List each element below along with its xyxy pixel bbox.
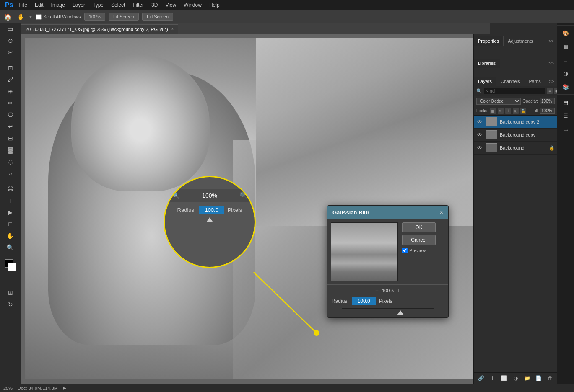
gaussian-zoom-out-icon[interactable]: − [375, 287, 379, 294]
gaussian-slider-thumb[interactable] [397, 310, 404, 315]
type-tool[interactable]: T [5, 195, 16, 206]
gaussian-ok-button[interactable]: OK [402, 222, 436, 232]
eraser-tool[interactable]: ⊟ [5, 133, 16, 144]
background-color[interactable] [8, 263, 16, 271]
status-bar: 25% Doc: 34.9M/114.3M ▶ [0, 384, 574, 392]
document-tab[interactable]: 20180330_172737171_iOS.jpg @ 25% (Backgr… [21, 24, 178, 34]
adjustments-panel-icon[interactable]: ◑ [560, 67, 571, 79]
layers-tab[interactable]: Layers [474, 77, 496, 86]
menu-edit[interactable]: Edit [31, 1, 47, 9]
layer-name-2: Background copy [500, 132, 555, 137]
lock-move-icon[interactable]: ✛ [505, 108, 511, 114]
layers-blend-mode-select[interactable]: Color Dodge [476, 98, 521, 105]
history-brush-tool[interactable]: ↩ [5, 121, 16, 132]
gaussian-close-btn[interactable]: × [440, 209, 443, 216]
path-select-tool[interactable]: ▶ [5, 207, 16, 218]
layer-mask-icon[interactable]: ⬜ [500, 374, 508, 382]
panel-expand-icon-3[interactable]: >> [545, 59, 557, 68]
layer-row-bg-copy[interactable]: 👁 Background copy [474, 129, 557, 142]
swatches-panel-icon[interactable]: ▦ [560, 41, 571, 52]
fill-screen-btn[interactable]: Fill Screen [142, 13, 173, 21]
color-box[interactable] [5, 259, 16, 271]
shape-tool[interactable]: □ [5, 219, 16, 230]
lock-artboard-icon[interactable]: ⊞ [513, 108, 519, 114]
layer-adjustment-icon[interactable]: ◑ [512, 374, 519, 382]
layer-link-icon[interactable]: 🔗 [477, 374, 485, 382]
clone-tool[interactable]: ⎔ [5, 109, 16, 120]
marquee-tool[interactable]: ▭ [5, 23, 16, 34]
layer-row-bg-copy2[interactable]: 👁 Background copy 2 [474, 116, 557, 129]
layer-fx-icon[interactable]: f [489, 374, 496, 382]
color-panel-icon[interactable]: 🎨 [560, 27, 571, 39]
libraries-panel-icon[interactable]: 📚 [560, 81, 571, 93]
hand-icon[interactable]: ✋ [16, 12, 25, 21]
fill-value-input[interactable] [540, 108, 555, 114]
channels-panel-icon[interactable]: ☰ [560, 110, 571, 121]
filter-icon-1[interactable]: ≡ [547, 88, 553, 94]
menu-filter[interactable]: Filter [129, 1, 147, 9]
gaussian-zoom-in-icon[interactable]: + [397, 287, 400, 294]
home-icon[interactable]: 🏠 [3, 12, 13, 21]
lock-paint-icon[interactable]: ✏ [498, 108, 504, 114]
gaussian-preview-checkbox[interactable] [402, 248, 408, 253]
layer-eye-icon-3[interactable]: 👁 [476, 145, 483, 151]
menu-layer[interactable]: Layer [69, 1, 88, 9]
pen-tool[interactable]: ⌘ [5, 183, 16, 194]
lock-pixels-icon[interactable]: ▦ [490, 108, 496, 114]
layers-search-input[interactable] [484, 88, 545, 94]
paths-panel-icon[interactable]: ⌓ [560, 123, 571, 135]
rotate-view-tool[interactable]: ↻ [5, 299, 16, 310]
filter-icon-2[interactable]: ◉ [554, 88, 557, 94]
properties-panel-icon[interactable]: ≡ [560, 54, 571, 66]
tab-close-icon[interactable]: × [171, 27, 174, 31]
layer-delete-icon[interactable]: 🗑 [546, 374, 554, 382]
mag-zoom-in-icon[interactable]: 🔍 [239, 191, 248, 199]
channels-tab[interactable]: Channels [496, 77, 525, 86]
layer-new-icon[interactable]: 📄 [535, 374, 543, 382]
menu-file[interactable]: File [16, 1, 31, 9]
layers-panel-icon[interactable]: ▤ [560, 96, 571, 108]
layers-opacity-input[interactable] [540, 98, 555, 104]
menu-help[interactable]: Help [206, 1, 223, 9]
heal-tool[interactable]: ⊕ [5, 86, 16, 97]
panel-tab-libraries[interactable]: Libraries [474, 59, 500, 68]
layers-expand-icon[interactable]: >> [545, 77, 557, 86]
menu-image[interactable]: Image [48, 1, 68, 9]
menu-3d[interactable]: 3D [148, 1, 161, 9]
layer-row-bg[interactable]: 👁 Background 🔒 [474, 142, 557, 155]
quick-select-tool[interactable]: ✂ [5, 47, 16, 58]
gaussian-title-bar[interactable]: Gaussian Blur × [327, 206, 448, 219]
gaussian-cancel-button[interactable]: Cancel [402, 235, 436, 245]
panel-tab-properties[interactable]: Properties [474, 36, 504, 46]
extra-tools-btn[interactable]: ⋯ [5, 276, 16, 286]
menu-window[interactable]: Window [180, 1, 205, 9]
paths-tab[interactable]: Paths [525, 77, 545, 86]
layer-folder-icon[interactable]: 📁 [523, 374, 531, 382]
mag-radius-input[interactable] [199, 206, 224, 214]
layer-eye-icon-2[interactable]: 👁 [476, 132, 483, 138]
grid-tool[interactable]: ⊞ [5, 287, 16, 298]
brush-tool[interactable]: ✏ [5, 98, 16, 108]
menu-select[interactable]: Select [108, 1, 128, 9]
panel-expand-icon-2[interactable]: >> [545, 36, 557, 46]
layer-locked-icon: 🔒 [549, 145, 555, 151]
lock-all-icon[interactable]: 🔒 [520, 108, 526, 114]
menu-view[interactable]: View [162, 1, 179, 9]
mag-zoom-out-icon[interactable]: 🔍 [171, 191, 180, 199]
eyedropper-tool[interactable]: 🖊 [5, 74, 16, 85]
gradient-tool[interactable]: ▓ [5, 144, 16, 155]
zoom-level-btn[interactable]: 100% [84, 13, 105, 21]
lasso-tool[interactable]: ⊙ [5, 35, 16, 46]
panel-tab-adjustments[interactable]: Adjustments [504, 36, 538, 46]
gaussian-radius-input[interactable] [352, 297, 376, 305]
scroll-all-checkbox[interactable] [36, 14, 42, 20]
dodge-tool[interactable]: ○ [5, 168, 16, 179]
layer-eye-icon-1[interactable]: 👁 [476, 119, 483, 125]
hand-tool[interactable]: ✋ [5, 230, 16, 241]
crop-tool[interactable]: ⊡ [5, 62, 16, 73]
zoom-tool[interactable]: 🔍 [5, 242, 16, 253]
menu-type[interactable]: Type [89, 1, 107, 9]
fit-screen-btn[interactable]: Fit Screen [109, 13, 139, 21]
mag-slider-thumb[interactable] [207, 217, 213, 222]
blur-tool[interactable]: ◌ [5, 156, 16, 167]
